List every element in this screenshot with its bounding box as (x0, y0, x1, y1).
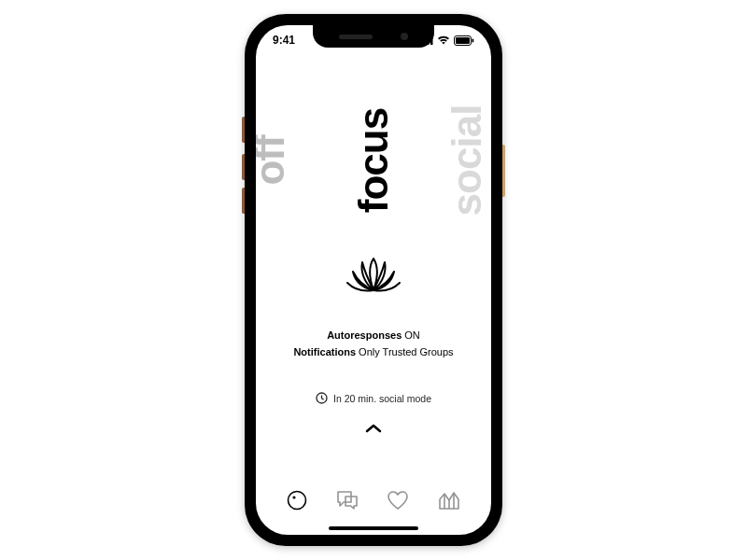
tab-favorites[interactable] (387, 490, 409, 514)
mode-illustration (344, 253, 403, 301)
status-time: 9:41 (273, 34, 295, 47)
lotus-icon (344, 253, 403, 298)
notch (313, 25, 434, 48)
tab-stats[interactable] (438, 490, 460, 514)
svg-point-9 (293, 496, 296, 498)
tab-bar (256, 483, 491, 522)
mode-selector[interactable]: off focus social (256, 63, 491, 259)
chat-icon (336, 490, 359, 511)
expand-button[interactable] (364, 421, 383, 438)
battery-icon (454, 35, 474, 46)
main-content: off focus social Autoresponses (256, 25, 491, 535)
next-mode-timer[interactable]: In 20 min. social mode (316, 392, 431, 404)
mode-option-focus[interactable]: focus (350, 108, 397, 213)
autoresponses-line: Autoresponses ON (293, 328, 453, 344)
mode-settings-summary: Autoresponses ON Notifications Only Trus… (293, 328, 453, 360)
tab-mode[interactable] (287, 490, 307, 514)
heart-icon (387, 490, 409, 511)
autoresponses-label: Autoresponses (327, 329, 402, 341)
tab-chat[interactable] (336, 490, 359, 514)
phone-frame: 9:41 (245, 14, 502, 546)
timer-text: In 20 min. social mode (333, 393, 431, 404)
notifications-label: Notifications (293, 346, 356, 357)
notifications-value: Only Trusted Groups (359, 346, 454, 357)
home-indicator[interactable] (329, 526, 418, 530)
mode-option-social[interactable]: social (444, 105, 491, 217)
autoresponses-value: ON (404, 329, 420, 341)
svg-rect-5 (456, 37, 470, 44)
mode-option-off[interactable]: off (256, 135, 293, 185)
stats-icon (438, 490, 460, 511)
mode-icon (287, 490, 307, 511)
clock-icon (316, 392, 328, 404)
wifi-icon (437, 35, 450, 45)
screen: 9:41 (256, 25, 491, 535)
svg-point-8 (289, 492, 306, 510)
svg-rect-6 (472, 38, 474, 42)
notifications-line: Notifications Only Trusted Groups (293, 344, 453, 361)
chevron-up-icon (364, 423, 383, 434)
